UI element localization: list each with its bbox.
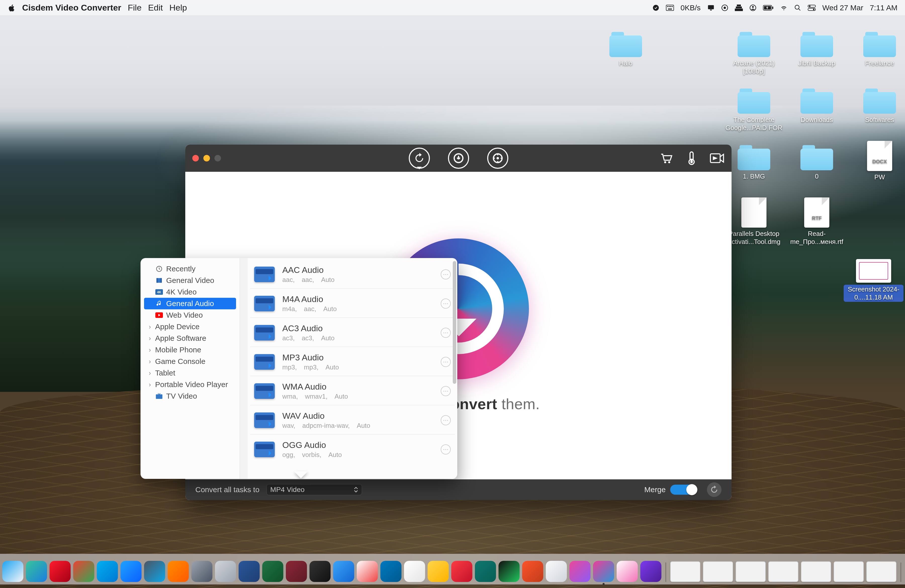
desktop-item[interactable]: Arcane (2021) [1080p]	[724, 32, 784, 75]
menubar-battery-icon[interactable]	[763, 5, 773, 11]
apple-logo-icon[interactable]	[8, 3, 16, 12]
dock-app-edge[interactable]	[26, 561, 47, 582]
desktop-item[interactable]: Jibril Backup	[787, 32, 847, 67]
category-item[interactable]: ›Tablet	[144, 367, 236, 379]
dock-app-reminders[interactable]	[404, 561, 425, 582]
merge-toggle[interactable]	[670, 485, 697, 495]
dock-app-filters[interactable]	[640, 561, 661, 582]
menubar-search-icon[interactable]	[794, 4, 801, 11]
dock-minimized-window[interactable]	[866, 561, 897, 582]
format-more-button[interactable]: ⋯	[441, 415, 451, 425]
menubar-date[interactable]: Wed 27 Mar	[822, 3, 863, 12]
category-item[interactable]: ›Apple Device	[144, 321, 236, 332]
dock-minimized-window[interactable]	[801, 561, 831, 582]
dock-app-skype[interactable]	[97, 561, 118, 582]
menubar-storage-icon[interactable]	[735, 5, 743, 11]
category-item[interactable]: ›Game Console	[144, 356, 236, 367]
desktop-item[interactable]: Halo	[596, 32, 656, 67]
desktop-item[interactable]: Screenshot 2024-0....11.18 AM	[844, 259, 903, 302]
desktop-item[interactable]: DOCXPW	[850, 141, 905, 181]
tab-download[interactable]	[448, 148, 469, 169]
menu-edit[interactable]: Edit	[148, 3, 163, 13]
dock-app-calendar[interactable]	[357, 561, 378, 582]
dock-app-safari[interactable]	[2, 561, 23, 582]
category-item[interactable]: ›Mobile Phone	[144, 344, 236, 356]
format-item[interactable]: WMA Audiowma,wmav1,Auto⋯	[250, 376, 455, 405]
dock-app-trello[interactable]	[380, 561, 402, 582]
app-name[interactable]: Cisdem Video Converter	[22, 3, 121, 13]
format-item[interactable]: AAC Audioaac,aac,Auto⋯	[250, 259, 455, 289]
category-list[interactable]: RecentlyGeneral Video4K4K VideoGeneral A…	[141, 258, 240, 479]
dock-app-launchpad[interactable]	[215, 561, 236, 582]
dock-minimized-window[interactable]	[735, 561, 766, 582]
dock-app-activity[interactable]	[499, 561, 520, 582]
window-titlebar[interactable]	[185, 145, 732, 172]
edit-video-icon[interactable]	[710, 152, 724, 164]
desktop-item[interactable]: Softwares	[850, 89, 905, 124]
category-item[interactable]: ›Apple Software	[144, 332, 236, 344]
category-item[interactable]: TV Video	[144, 390, 236, 402]
dock-app-notes[interactable]	[428, 561, 449, 582]
dock-app-photos[interactable]	[617, 561, 638, 582]
dock-app-appstore[interactable]	[121, 561, 141, 582]
menubar-record-icon[interactable]	[721, 4, 728, 11]
dock-app-brave[interactable]	[522, 561, 543, 582]
menubar-time[interactable]: 7:11 AM	[870, 3, 897, 12]
category-item[interactable]: Recently	[144, 263, 236, 275]
category-item[interactable]: ›Portable Video Player	[144, 379, 236, 390]
format-more-button[interactable]: ⋯	[441, 444, 451, 455]
category-item[interactable]: Web Video	[144, 309, 236, 321]
format-more-button[interactable]: ⋯	[441, 269, 451, 280]
menubar-display-icon[interactable]	[707, 4, 715, 11]
dock-minimized-window[interactable]	[834, 561, 864, 582]
category-item[interactable]: General Video	[144, 275, 236, 286]
desktop-item[interactable]: Parallels Desktop Activati...Tool.dmg	[724, 197, 784, 246]
dock-app-excel[interactable]	[262, 561, 283, 582]
dock-minimized-window[interactable]	[703, 561, 733, 582]
dock-app-diagnostics[interactable]	[546, 561, 567, 582]
format-select[interactable]: MP4 Video	[267, 484, 362, 495]
window-minimize-button[interactable]	[203, 155, 210, 162]
window-zoom-button[interactable]	[214, 155, 221, 162]
dock-app-shortcuts[interactable]	[569, 561, 591, 582]
menubar-user-icon[interactable]	[749, 4, 756, 11]
start-convert-button[interactable]	[707, 482, 721, 497]
format-more-button[interactable]: ⋯	[441, 386, 451, 396]
desktop-item[interactable]: The Complete Google...PAID FOR	[724, 89, 784, 132]
desktop-item[interactable]: Downloads	[787, 89, 847, 124]
format-item[interactable]: M4A Audiom4a,aac,Auto⋯	[250, 289, 455, 318]
dock-app-cisdem[interactable]	[593, 561, 614, 582]
desktop-item[interactable]: Freelance	[850, 32, 905, 67]
dock-app-chrome[interactable]	[73, 561, 94, 582]
format-item[interactable]: OGG Audioogg,vorbis,Auto⋯	[250, 435, 455, 463]
desktop-item[interactable]: 1. BMG	[724, 145, 784, 180]
window-close-button[interactable]	[192, 155, 199, 162]
menubar-keyboard-icon[interactable]	[666, 5, 674, 11]
desktop-item[interactable]: 0	[787, 145, 847, 180]
dock-app-dictionary[interactable]	[286, 561, 307, 582]
format-scrollbar[interactable]	[453, 261, 456, 384]
desktop-item[interactable]: RTFRead-me_Про...меня.rtf	[787, 197, 847, 246]
dock-app-vlc[interactable]	[168, 561, 189, 582]
thermometer-icon[interactable]	[688, 151, 695, 165]
menubar-netspeed[interactable]: 0KB/s	[681, 3, 701, 12]
format-item[interactable]: WAV Audiowav,adpcm-ima-wav,Auto⋯	[250, 405, 455, 435]
menu-file[interactable]: File	[128, 3, 141, 13]
dock-app-settings[interactable]	[191, 561, 213, 582]
category-item[interactable]: General Audio	[144, 298, 236, 309]
tab-convert[interactable]	[409, 148, 430, 169]
format-item[interactable]: MP3 Audiomp3,mp3,Auto⋯	[250, 347, 455, 376]
dock-app-opera[interactable]	[49, 561, 71, 582]
format-more-button[interactable]: ⋯	[441, 299, 451, 308]
format-list[interactable]: AAC Audioaac,aac,Auto⋯M4A Audiom4a,aac,A…	[248, 258, 457, 479]
menubar-wifi-icon[interactable]	[780, 5, 788, 11]
format-more-button[interactable]: ⋯	[441, 357, 451, 367]
dock-app-calculator[interactable]	[310, 561, 330, 582]
menubar-check-icon[interactable]	[653, 4, 659, 11]
format-item[interactable]: AC3 Audioac3,ac3,Auto⋯	[250, 318, 455, 347]
menubar-control-center-icon[interactable]	[808, 5, 816, 11]
dock-app-word[interactable]	[238, 561, 260, 582]
category-item[interactable]: 4K4K Video	[144, 286, 236, 298]
dock-app-mail[interactable]	[333, 561, 354, 582]
menu-help[interactable]: Help	[170, 3, 187, 13]
